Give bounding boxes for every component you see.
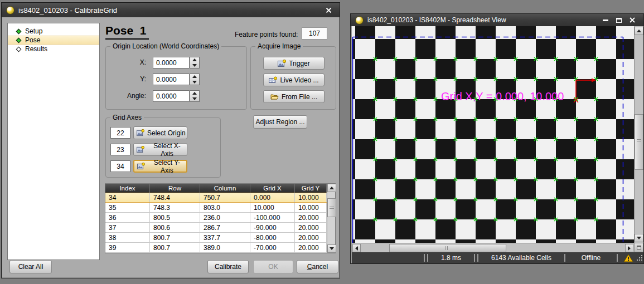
from-file-label: From File ... [282, 93, 317, 101]
scroll-left-icon[interactable] [352, 244, 361, 252]
warning-icon[interactable] [619, 254, 638, 262]
clear-all-button[interactable]: Clear All [9, 260, 52, 273]
cell-grid-y: 10.000 [295, 193, 327, 202]
from-file-button[interactable]: From File ... [263, 90, 325, 103]
feature-points-table: Index Row Column Grid X Grid Y 34 748.4 … [105, 183, 336, 253]
x-axis-cell-field[interactable]: 23 [110, 144, 130, 155]
select-point-icon [137, 146, 144, 153]
spin-up-icon[interactable] [190, 57, 199, 63]
select-x-axis-button[interactable]: Select X-Axis [133, 143, 187, 156]
spin-down-icon[interactable] [190, 80, 199, 85]
select-origin-label: Select Origin [147, 129, 186, 137]
cell-grid-x: 10.000 [250, 203, 295, 212]
status-timing: 1.8 ms [429, 254, 473, 262]
live-video-button[interactable]: Live Video ... [263, 74, 325, 86]
cell-index: 36 [105, 213, 150, 222]
trigger-label: Trigger [289, 60, 310, 67]
table-row[interactable]: 39 800.7 389.0 -70.000 20.000 [105, 243, 327, 253]
cell-index: 34 [105, 193, 150, 202]
cell-grid-x: -80.000 [250, 233, 295, 242]
resize-grip[interactable] [638, 254, 643, 262]
scroll-up-icon[interactable] [327, 184, 336, 192]
trigger-button[interactable]: Trigger [263, 57, 325, 70]
maximize-icon[interactable] [612, 15, 626, 25]
feature-points-value: 107 [302, 27, 327, 40]
table-row[interactable]: 36 800.5 236.0 -100.000 20.000 [105, 213, 327, 223]
select-y-axis-button[interactable]: Select Y-Axis [133, 160, 187, 173]
grid-axes-group: Grid Axes 22 Select Origin 23 Select X-A… [105, 117, 221, 178]
y-axis-cell-field[interactable]: 34 [110, 160, 130, 172]
cell-index: 37 [105, 223, 150, 232]
col-header-row[interactable]: Row [150, 184, 200, 193]
page-title: Pose 1 [105, 24, 149, 40]
tree-item-label: Setup [25, 27, 42, 35]
scroll-right-icon[interactable] [625, 244, 633, 252]
insight-app-icon [6, 6, 14, 14]
table-row[interactable]: 34 748.4 750.7 0.000 10.000 [105, 193, 327, 203]
calibrate-grid-dialog: is8402_010203 - CalibrateGrid Setup Pose… [1, 2, 340, 278]
table-row[interactable]: 38 800.7 337.7 -80.000 20.000 [105, 233, 327, 243]
cell-grid-x: -70.000 [250, 243, 295, 252]
y-label: Y: [110, 75, 146, 83]
tree-item-label: Pose [25, 36, 40, 44]
x-field[interactable]: 0.0000 [153, 57, 190, 68]
y-field[interactable]: 0.0000 [153, 74, 190, 85]
cancel-button[interactable]: Cancel [297, 260, 338, 273]
film-icon [269, 76, 277, 84]
scroll-down-icon[interactable] [327, 244, 336, 253]
scrollbar-thumb[interactable] [327, 198, 336, 217]
col-header-column[interactable]: Column [200, 184, 250, 193]
window-titlebar[interactable]: is8402_010203 - IS8402M - Spreadsheet Vi… [351, 14, 643, 26]
spin-down-icon[interactable] [190, 63, 199, 68]
table-row[interactable]: 37 800.6 286.7 -90.000 20.000 [105, 223, 327, 233]
y-spinner[interactable] [190, 74, 200, 85]
tree-item-results[interactable]: Results [8, 45, 99, 53]
cell-grid-y: 20.000 [295, 223, 327, 232]
folder-open-icon [270, 93, 279, 100]
cell-grid-y: 20.000 [295, 243, 327, 252]
close-icon[interactable] [322, 5, 335, 15]
spin-up-icon[interactable] [190, 74, 199, 80]
scroll-up-icon[interactable] [635, 27, 643, 35]
cell-column: 389.0 [200, 243, 250, 252]
cell-column: 803.0 [200, 203, 250, 212]
spin-up-icon[interactable] [190, 91, 199, 96]
cell-column: 337.7 [200, 233, 250, 242]
select-y-axis-label: Select Y-Axis [148, 159, 186, 174]
angle-spinner[interactable] [190, 90, 200, 102]
select-origin-button[interactable]: Select Origin [133, 126, 187, 139]
horizontal-scrollbar[interactable] [352, 243, 634, 252]
live-video-label: Live Video ... [280, 76, 318, 84]
camera-trigger-icon [278, 60, 286, 67]
vertical-scrollbar[interactable] [634, 26, 643, 243]
cell-row: 800.5 [150, 213, 200, 222]
scrollbar-thumb[interactable] [635, 114, 643, 170]
checkerboard-pattern [352, 26, 634, 243]
cell-grid-x: 0.000 [250, 193, 295, 202]
origin-cell-field[interactable]: 22 [110, 127, 130, 139]
close-icon[interactable] [626, 15, 639, 25]
select-point-icon [137, 129, 144, 136]
calibrate-button[interactable]: Calibrate [207, 260, 249, 273]
cell-row: 800.7 [150, 233, 200, 242]
adjust-region-button[interactable]: Adjust Region ... [253, 115, 307, 129]
cell-row: 748.4 [150, 193, 200, 202]
angle-field[interactable]: 0.0000 [153, 90, 190, 102]
col-header-grid-x[interactable]: Grid X [250, 184, 295, 193]
desktop: { "colors": { "background": "#7f7f7f", "… [0, 0, 644, 284]
x-spinner[interactable] [190, 57, 200, 68]
tree-item-pose[interactable]: Pose [8, 36, 99, 45]
dialog-titlebar[interactable]: is8402_010203 - CalibrateGrid [2, 3, 340, 17]
cell-column: 236.0 [200, 213, 250, 222]
table-row[interactable]: 35 748.3 803.0 10.000 10.000 [105, 203, 327, 213]
calibration-image-view[interactable]: Grid X,Y = 0.000, 10.000 [352, 26, 634, 243]
col-header-grid-y[interactable]: Grid Y [295, 184, 327, 193]
minimize-icon[interactable] [599, 15, 612, 25]
col-header-index[interactable]: Index [105, 184, 150, 193]
spin-down-icon[interactable] [190, 96, 199, 102]
table-scrollbar[interactable] [327, 184, 335, 253]
scroll-down-icon[interactable] [635, 234, 643, 242]
tree-item-setup[interactable]: Setup [8, 27, 99, 36]
cell-index: 35 [105, 203, 150, 212]
scrollbar-thumb[interactable] [389, 244, 506, 252]
